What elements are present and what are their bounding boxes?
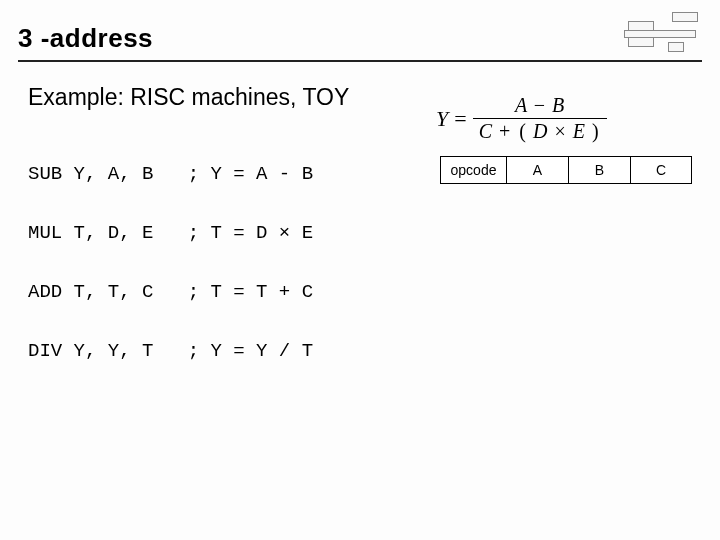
code-line-mul: MUL T, D, E ; T = D × E (28, 219, 720, 248)
den-lparen: ( (517, 120, 528, 142)
instr-field-b: B (568, 156, 630, 184)
formula-equals: = (454, 106, 466, 132)
den-plus: + (497, 120, 512, 142)
instr-field-c: C (630, 156, 692, 184)
page-title: 3 -address (18, 23, 624, 54)
num-minus: − (532, 94, 547, 116)
den-rparen: ) (590, 120, 601, 142)
instruction-format: opcode A B C (440, 156, 692, 184)
formula: Y = A − B C + ( D × E ) (436, 94, 607, 143)
formula-numerator: A − B (509, 94, 570, 118)
instr-field-a: A (506, 156, 568, 184)
formula-fraction: A − B C + ( D × E ) (473, 94, 607, 143)
code-line-div: DIV Y, Y, T ; Y = Y / T (28, 337, 720, 366)
den-d: D (533, 120, 547, 142)
den-c: C (479, 120, 492, 142)
title-row: 3 -address (0, 0, 720, 60)
formula-lhs: Y (436, 106, 448, 132)
formula-denominator: C + ( D × E ) (473, 118, 607, 143)
num-b: B (552, 94, 564, 116)
architecture-diagram-icon (624, 12, 702, 54)
num-a: A (515, 94, 527, 116)
den-e: E (573, 120, 585, 142)
code-line-add: ADD T, T, C ; T = T + C (28, 278, 720, 307)
instr-field-opcode: opcode (440, 156, 506, 184)
example-heading: Example: RISC machines, TOY (0, 62, 720, 121)
den-times: × (552, 120, 567, 142)
